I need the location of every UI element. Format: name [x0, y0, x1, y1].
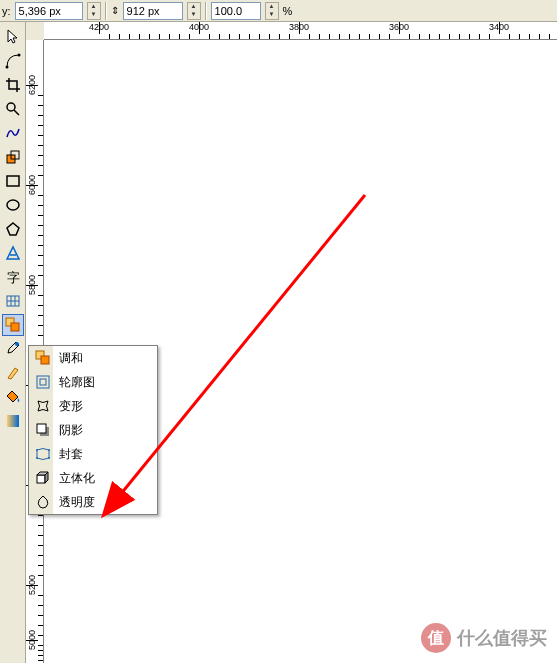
ruler-h-label: 4200 [89, 22, 109, 32]
shadow-icon [33, 420, 53, 440]
table-tool[interactable] [2, 290, 24, 312]
svg-point-0 [5, 66, 8, 69]
y-spinner[interactable]: ▲▼ [87, 2, 101, 20]
transparency-icon [33, 492, 53, 512]
svg-rect-19 [41, 356, 49, 364]
eyedropper-tool[interactable] [2, 338, 24, 360]
envelope-icon [33, 444, 53, 464]
svg-rect-21 [40, 379, 46, 385]
interactive-effects-tool[interactable] [2, 314, 24, 336]
toolbox: 字 [0, 22, 26, 663]
dim-input[interactable]: 912 px [123, 2, 183, 20]
dim-value: 912 px [127, 5, 160, 17]
ruler-h-label: 3400 [489, 22, 509, 32]
dim-spinner[interactable]: ▲▼ [187, 2, 201, 20]
separator [105, 2, 107, 20]
polygon-tool[interactable] [2, 218, 24, 240]
svg-line-3 [14, 110, 19, 115]
zoom-spinner[interactable]: ▲▼ [265, 2, 279, 20]
svg-point-7 [7, 200, 19, 210]
svg-point-1 [17, 54, 20, 57]
ruler-h-label: 3800 [289, 22, 309, 32]
svg-point-16 [15, 342, 19, 346]
svg-point-2 [7, 103, 15, 111]
freehand-tool[interactable] [2, 122, 24, 144]
zoom-value: 100.0 [215, 5, 243, 17]
watermark-text: 什么值得买 [457, 626, 547, 650]
menu-item-envelope[interactable]: 封套 [29, 442, 157, 466]
menu-item-label: 调和 [59, 350, 83, 367]
ruler-v-label: 5200 [27, 575, 37, 595]
zoom-input[interactable]: 100.0 [211, 2, 261, 20]
effects-flyout-menu: 调和轮廓图变形阴影封套立体化透明度 [28, 345, 158, 515]
svg-point-27 [48, 457, 50, 459]
zoom-tool[interactable] [2, 98, 24, 120]
watermark: 值 什么值得买 [421, 623, 547, 653]
watermark-badge: 值 [421, 623, 451, 653]
svg-text:字: 字 [7, 270, 20, 285]
ruler-v-label: 5000 [27, 630, 37, 650]
zoom-unit: % [283, 5, 293, 17]
menu-item-contour[interactable]: 轮廓图 [29, 370, 157, 394]
menu-item-label: 变形 [59, 398, 83, 415]
separator [205, 2, 207, 20]
options-bar: y: 5,396 px ▲▼ ⇕ 912 px ▲▼ 100.0 ▲▼ % [0, 0, 557, 22]
pick-tool[interactable] [2, 26, 24, 48]
outline-tool[interactable] [2, 362, 24, 384]
y-input[interactable]: 5,396 px [15, 2, 83, 20]
y-label: y: [2, 5, 11, 17]
svg-rect-6 [7, 176, 19, 186]
svg-point-24 [36, 449, 38, 451]
menu-item-label: 阴影 [59, 422, 83, 439]
dim-icon: ⇕ [111, 5, 119, 16]
ellipse-tool[interactable] [2, 194, 24, 216]
svg-rect-15 [11, 323, 19, 331]
menu-item-blend[interactable]: 调和 [29, 346, 157, 370]
menu-item-extrude[interactable]: 立体化 [29, 466, 157, 490]
fill-tool[interactable] [2, 386, 24, 408]
main-area: 字 420040003800360034003200 6200600058005… [0, 22, 557, 663]
svg-point-25 [48, 449, 50, 451]
menu-item-label: 封套 [59, 446, 83, 463]
menu-item-label: 透明度 [59, 494, 95, 511]
ruler-area: 420040003800360034003200 620060005800560… [26, 22, 557, 663]
blend-icon [33, 348, 53, 368]
menu-item-label: 轮廓图 [59, 374, 95, 391]
smart-fill-tool[interactable] [2, 146, 24, 168]
menu-item-label: 立体化 [59, 470, 95, 487]
svg-marker-8 [7, 223, 19, 235]
extrude-icon [33, 468, 53, 488]
svg-point-26 [36, 457, 38, 459]
ruler-v-label: 5800 [27, 275, 37, 295]
rectangle-tool[interactable] [2, 170, 24, 192]
shape-tool[interactable] [2, 50, 24, 72]
contour-icon [33, 372, 53, 392]
ruler-h-label: 3600 [389, 22, 409, 32]
text-tool[interactable]: 字 [2, 266, 24, 288]
svg-rect-20 [37, 376, 49, 388]
y-value: 5,396 px [19, 5, 61, 17]
svg-rect-23 [37, 424, 46, 433]
ruler-horizontal[interactable]: 420040003800360034003200 [44, 22, 557, 40]
menu-item-shadow[interactable]: 阴影 [29, 418, 157, 442]
distort-icon [33, 396, 53, 416]
basic-shapes-tool[interactable] [2, 242, 24, 264]
svg-rect-28 [37, 475, 45, 483]
interactive-fill-tool[interactable] [2, 410, 24, 432]
menu-item-transparency[interactable]: 透明度 [29, 490, 157, 514]
crop-tool[interactable] [2, 74, 24, 96]
ruler-v-label: 6200 [27, 75, 37, 95]
ruler-h-label: 4000 [189, 22, 209, 32]
menu-item-distort[interactable]: 变形 [29, 394, 157, 418]
svg-rect-17 [7, 415, 19, 427]
ruler-v-label: 6000 [27, 175, 37, 195]
